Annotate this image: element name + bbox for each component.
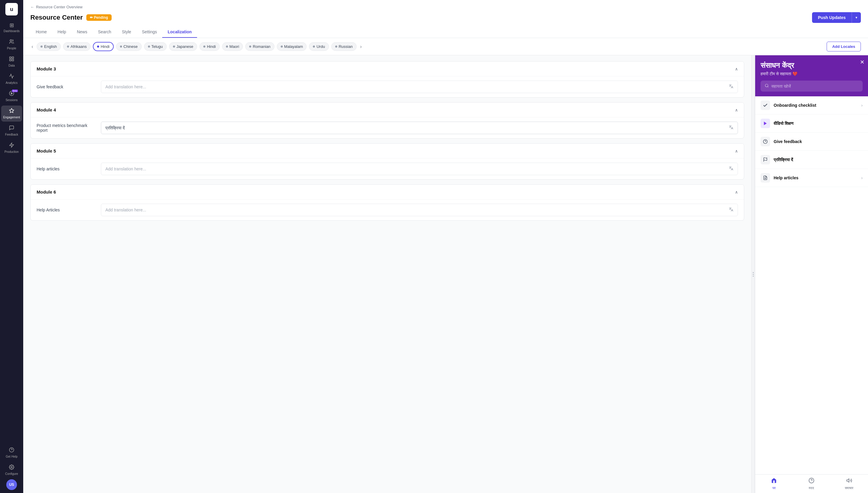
- tab-localization[interactable]: Localization: [162, 26, 197, 38]
- rc-search[interactable]: [761, 81, 863, 91]
- locale-label: Russian: [339, 44, 353, 49]
- header-title-row: Resource Center ✏ Pending: [31, 14, 112, 21]
- rc-item-left: Onboarding checklist: [761, 101, 816, 110]
- rc-search-input[interactable]: [771, 84, 859, 89]
- locale-dot: [97, 45, 99, 48]
- rc-subtitle: हमारी टीम से सहायता ❤️: [761, 71, 863, 77]
- module-4-header[interactable]: Module 4 ∧: [31, 103, 744, 117]
- locale-dot: [313, 45, 315, 48]
- sidebar-item-label: Analytics: [6, 81, 18, 85]
- rc-item-left: Help articles: [761, 173, 798, 183]
- translation-input-field[interactable]: Add translation here...: [101, 163, 738, 175]
- sidebar-item-people[interactable]: People: [1, 37, 22, 52]
- resize-handle[interactable]: [751, 55, 755, 493]
- module-5-title: Module 5: [37, 148, 56, 153]
- locale-chinese[interactable]: Chinese: [116, 42, 142, 51]
- sidebar-item-dashboards[interactable]: ⊞ Dashboards: [1, 20, 22, 36]
- locale-russian[interactable]: Russian: [331, 42, 357, 51]
- sidebar-item-engagement[interactable]: Engagement: [1, 106, 22, 122]
- rc-body: Onboarding checklist › वीडियो शिक्षण: [755, 97, 868, 474]
- module-card-4: Module 4 ∧ Product metrics benchmark rep…: [31, 102, 744, 138]
- translation-placeholder: Add translation here...: [105, 167, 146, 171]
- tab-search[interactable]: Search: [93, 26, 116, 38]
- translation-input-field[interactable]: Add translation here...: [101, 81, 738, 93]
- rc-item-label: Onboarding checklist: [774, 103, 816, 108]
- sidebar-item-get-help[interactable]: Get Help: [1, 445, 22, 461]
- beta-badge: Beta: [12, 89, 18, 92]
- module-6-header[interactable]: Module 6 ∧: [31, 185, 744, 199]
- tab-style[interactable]: Style: [117, 26, 137, 38]
- rc-footer-help-button[interactable]: मदद: [793, 475, 830, 493]
- sidebar-item-data[interactable]: Data: [1, 54, 22, 70]
- user-avatar[interactable]: US: [6, 479, 17, 490]
- tab-help[interactable]: Help: [52, 26, 72, 38]
- resource-center-widget: ✕ संसाधन केंद्र हमारी टीम से सहायता ❤️: [755, 55, 868, 493]
- sidebar-item-production[interactable]: Production: [1, 140, 22, 156]
- locale-urdu[interactable]: Urdu: [309, 42, 329, 51]
- rc-item-label: Give feedback: [774, 139, 802, 144]
- module-4-title: Module 4: [37, 107, 56, 112]
- locale-next-button[interactable]: ›: [359, 43, 363, 50]
- module-5-header[interactable]: Module 5 ∧: [31, 144, 744, 158]
- translation-placeholder: Add translation here...: [105, 84, 146, 89]
- doc-icon: [761, 173, 770, 183]
- locale-dot: [281, 45, 283, 48]
- locale-telugu[interactable]: Telugu: [144, 42, 167, 51]
- module-card-6: Module 6 ∧ Help Articles Add translation…: [31, 184, 744, 221]
- rc-close-button[interactable]: ✕: [860, 59, 864, 65]
- resize-dot: [753, 274, 754, 275]
- push-updates-dropdown-button[interactable]: ▾: [852, 12, 861, 23]
- rc-footer-news-button[interactable]: समाचार: [830, 475, 868, 493]
- locale-maori[interactable]: Maori: [222, 42, 243, 51]
- locale-label: Romanian: [253, 44, 270, 49]
- rc-item-left: वीडियो शिक्षण: [761, 119, 793, 128]
- sidebar-item-feedback[interactable]: Feedback: [1, 123, 22, 139]
- translation-input-field[interactable]: प्रतिक्रिया दें: [101, 122, 738, 134]
- sidebar-item-label: Dashboards: [4, 29, 20, 33]
- locale-hindi[interactable]: Hindi: [93, 42, 114, 51]
- rc-footer-home-button[interactable]: घर: [755, 475, 793, 493]
- locale-japanese[interactable]: Japanese: [169, 42, 197, 51]
- tab-home[interactable]: Home: [31, 26, 52, 38]
- locale-afrikaans[interactable]: Afrikaans: [63, 42, 90, 51]
- rc-footer-news-label: समाचार: [845, 486, 853, 490]
- rc-item-video[interactable]: वीडियो शिक्षण: [755, 114, 868, 133]
- locale-malayalam[interactable]: Malayalam: [277, 42, 307, 51]
- svg-marker-6: [11, 92, 13, 94]
- push-updates-button[interactable]: Push Updates: [812, 12, 852, 23]
- translate-icon[interactable]: [729, 84, 733, 90]
- sidebar-item-analytics[interactable]: Analytics: [1, 71, 22, 87]
- rc-item-review[interactable]: प्रतिक्रिया दें: [755, 151, 868, 169]
- rc-item-help-articles[interactable]: Help articles ›: [755, 169, 868, 187]
- home-icon: [771, 477, 777, 485]
- locale-label: Hindi: [207, 44, 216, 49]
- rc-item-onboarding[interactable]: Onboarding checklist ›: [755, 97, 868, 114]
- locale-label: Hindi: [101, 44, 109, 49]
- search-icon: [765, 84, 769, 89]
- translate-icon[interactable]: [729, 166, 733, 172]
- add-locales-button[interactable]: Add Locales: [827, 42, 861, 51]
- locale-hindi2[interactable]: Hindi: [199, 42, 220, 51]
- tab-news[interactable]: News: [72, 26, 93, 38]
- svg-point-12: [765, 84, 768, 87]
- sidebar-item-label: People: [7, 47, 16, 50]
- locale-dot: [67, 45, 69, 48]
- translation-row: Help Articles Add translation here...: [31, 199, 744, 220]
- translate-icon[interactable]: [729, 207, 733, 213]
- module-3-header[interactable]: Module 3 ∧: [31, 62, 744, 77]
- module-4-chevron: ∧: [735, 108, 738, 112]
- locale-label: Japanese: [177, 44, 193, 49]
- sidebar-item-configure[interactable]: Configure: [1, 462, 22, 478]
- locale-dot: [40, 45, 43, 48]
- locale-romanian[interactable]: Romanian: [245, 42, 274, 51]
- sidebar-item-label: Feedback: [5, 133, 18, 136]
- tab-settings[interactable]: Settings: [137, 26, 163, 38]
- locale-prev-button[interactable]: ‹: [31, 43, 34, 50]
- breadcrumb[interactable]: ← Resource Center Overview: [31, 5, 861, 9]
- translation-input-field[interactable]: Add translation here...: [101, 204, 738, 216]
- translate-icon[interactable]: [729, 125, 733, 131]
- sidebar-item-sessions[interactable]: Beta Sessions: [1, 88, 22, 104]
- rc-item-feedback[interactable]: Give feedback: [755, 133, 868, 151]
- translation-value: प्रतिक्रिया दें: [105, 126, 125, 131]
- locale-english[interactable]: English: [37, 42, 61, 51]
